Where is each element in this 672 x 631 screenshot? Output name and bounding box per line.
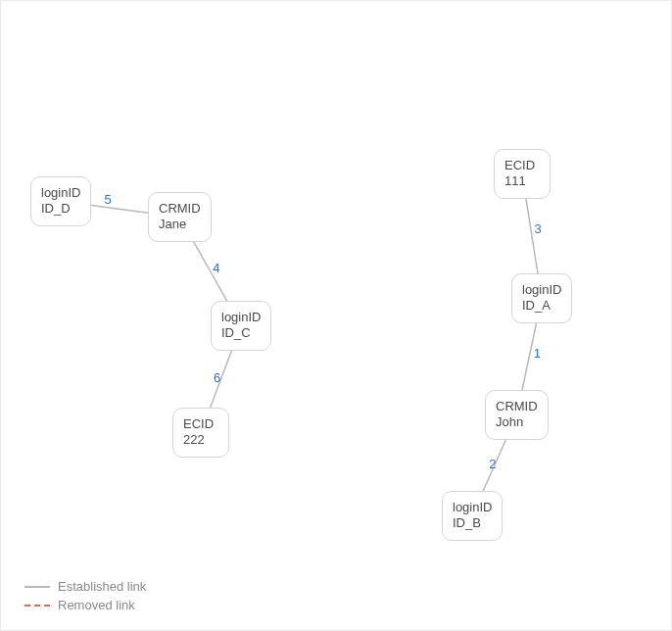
legend: Established link Removed link	[24, 575, 146, 612]
legend-removed-label: Removed link	[58, 598, 135, 612]
edge-line	[91, 206, 148, 214]
legend-established-swatch	[24, 586, 50, 588]
edge-line	[522, 323, 537, 390]
node-loginid-b[interactable]: loginID ID_B	[442, 491, 503, 541]
node-crmid-jane[interactable]: CRMID Jane	[148, 192, 212, 242]
edge-label: 1	[534, 346, 541, 361]
node-id-label: John	[496, 414, 538, 430]
node-id-label: 222	[183, 432, 218, 448]
edge-label: 6	[214, 370, 220, 385]
node-type-label: ECID	[183, 416, 218, 432]
node-type-label: loginID	[221, 310, 261, 325]
legend-established-label: Established link	[58, 579, 146, 594]
node-loginid-a[interactable]: loginID ID_A	[511, 273, 572, 323]
edge-line	[211, 351, 232, 408]
node-id-label: Jane	[159, 217, 201, 232]
node-type-label: CRMID	[496, 399, 538, 414]
node-id-label: ID_A	[522, 298, 561, 314]
node-type-label: loginID	[453, 500, 492, 515]
node-type-label: ECID	[504, 158, 540, 173]
legend-removed-swatch	[24, 605, 50, 607]
node-crmid-john[interactable]: CRMID John	[485, 390, 549, 440]
edge-line	[483, 440, 505, 491]
node-type-label: loginID	[522, 282, 561, 298]
node-ecid-111[interactable]: ECID 111	[494, 149, 551, 199]
node-type-label: loginID	[41, 185, 80, 201]
node-id-label: ID_D	[41, 201, 80, 217]
edge-label: 5	[104, 192, 111, 207]
legend-removed-row: Removed link	[24, 598, 146, 612]
node-id-label: 111	[504, 173, 540, 189]
edge-label: 3	[534, 221, 541, 236]
node-ecid-222[interactable]: ECID 222	[172, 408, 229, 458]
edge-line	[526, 199, 538, 273]
graph-canvas: loginID ID_D CRMID Jane loginID ID_C ECI…	[0, 0, 672, 631]
legend-established-row: Established link	[24, 579, 146, 594]
node-loginid-c[interactable]: loginID ID_C	[211, 301, 271, 351]
edge-line	[194, 242, 227, 301]
node-loginid-d[interactable]: loginID ID_D	[30, 176, 91, 226]
node-id-label: ID_C	[221, 325, 261, 341]
node-id-label: ID_B	[453, 515, 492, 531]
edge-label: 4	[213, 261, 219, 275]
edge-label: 2	[489, 457, 496, 471]
node-type-label: CRMID	[159, 201, 201, 217]
